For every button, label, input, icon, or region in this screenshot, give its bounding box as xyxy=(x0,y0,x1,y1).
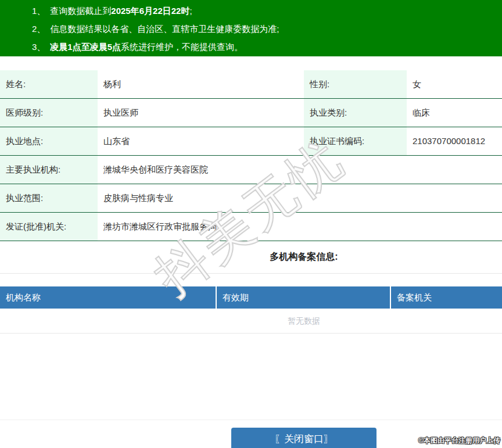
field-value-practice-scope: 皮肤病与性病专业 xyxy=(98,184,502,212)
column-header-institution-name: 机构名称 xyxy=(0,286,217,309)
field-label-practice-scope: 执业范围: xyxy=(0,184,98,212)
divider xyxy=(0,273,502,274)
table-row-name-gender: 姓名: 杨利 性别: 女 xyxy=(0,70,502,99)
field-value-practice-category: 临床 xyxy=(407,99,502,127)
table-row-level-category: 医师级别: 执业医师 执业类别: 临床 xyxy=(0,99,502,127)
table-row-issuing-authority: 发证(批准)机关: 潍坊市潍城区行政审批服务局 xyxy=(0,213,502,241)
table-row-practice-scope: 执业范围: 皮肤病与性病专业 xyxy=(0,184,502,213)
field-label-certificate-number: 执业证书编码: xyxy=(304,127,407,155)
table-row-location-certno: 执业地点: 山东省 执业证书编码: 210370700001812 xyxy=(0,127,502,156)
field-label-name: 姓名: xyxy=(0,70,98,98)
field-label-issuing-authority: 发证(批准)机关: xyxy=(0,213,98,241)
divider xyxy=(0,333,502,334)
column-header-filing-authority: 备案机关 xyxy=(391,286,502,309)
doctor-info-table: 姓名: 杨利 性别: 女 医师级别: 执业医师 执业类别: 临床 执业地点: 山… xyxy=(0,70,502,241)
field-value-doctor-level: 执业医师 xyxy=(98,99,304,127)
field-value-main-institution: 潍城华央创和医疗美容医院 xyxy=(98,156,502,184)
field-label-practice-location: 执业地点: xyxy=(0,127,98,155)
field-value-gender: 女 xyxy=(407,70,502,98)
divider xyxy=(0,420,502,420)
empty-data-placeholder: 暂无数据 xyxy=(0,309,502,333)
result-panel: 姓名: 杨利 性别: 女 医师级别: 执业医师 执业类别: 临床 执业地点: 山… xyxy=(0,0,502,448)
field-label-doctor-level: 医师级别: xyxy=(0,99,98,127)
field-label-practice-category: 执业类别: xyxy=(304,99,407,127)
table-row-main-institution: 主要执业机构: 潍城华央创和医疗美容医院 xyxy=(0,156,502,184)
field-value-certificate-number: 210370700001812 xyxy=(407,127,502,155)
multi-org-section-title: 多机构备案信息: xyxy=(0,241,502,273)
multi-org-table-header: 机构名称 有效期 备案机关 xyxy=(0,286,502,309)
column-header-validity-period: 有效期 xyxy=(217,286,391,309)
field-label-main-institution: 主要执业机构: xyxy=(0,156,98,184)
upload-credit-text: ©本图由平台注册用户上传 xyxy=(418,436,500,446)
field-value-issuing-authority: 潍坊市潍城区行政审批服务局 xyxy=(98,213,502,241)
close-window-button[interactable]: 〖关闭窗口〗 xyxy=(231,428,376,448)
field-value-practice-location: 山东省 xyxy=(98,127,304,155)
field-label-gender: 性别: xyxy=(304,70,407,98)
field-value-name: 杨利 xyxy=(98,70,304,98)
